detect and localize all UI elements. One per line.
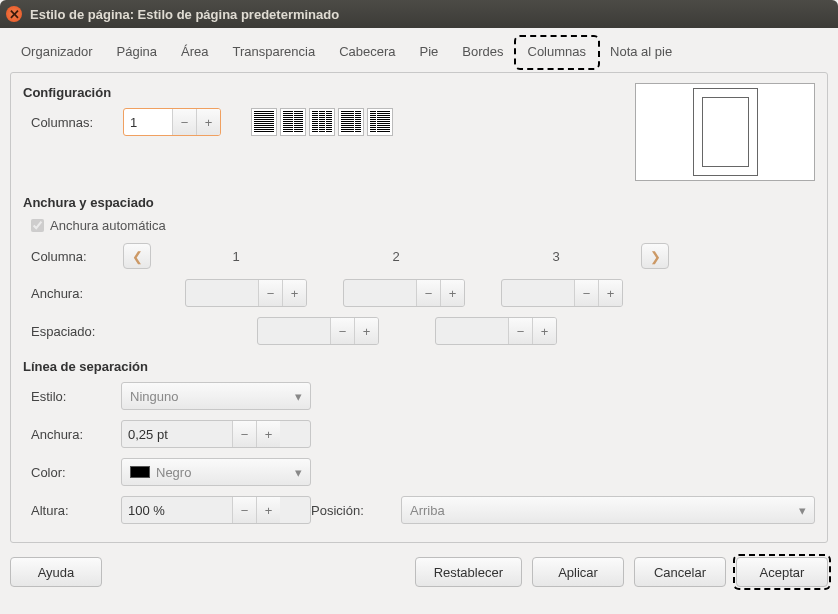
dialog-footer: Ayuda Restablecer Aplicar Cancelar Acept… — [10, 557, 828, 587]
spacing-label: Espaciado: — [31, 324, 113, 339]
cancel-button[interactable]: Cancelar — [634, 557, 726, 587]
spacing-1-spin[interactable]: −+ — [257, 317, 379, 345]
plus-icon[interactable]: + — [354, 318, 378, 344]
tab-pie[interactable]: Pie — [409, 38, 450, 66]
minus-icon[interactable]: − — [574, 280, 598, 306]
preset-2col[interactable] — [280, 108, 306, 136]
width-1-spin[interactable]: −+ — [185, 279, 307, 307]
section-width-spacing: Anchura y espaciado — [23, 195, 815, 210]
spacing-1-input[interactable] — [258, 318, 330, 344]
tab-cabecera[interactable]: Cabecera — [328, 38, 406, 66]
col-header-3: 3 — [481, 249, 631, 264]
tab-panel: Configuración Columnas: − + — [10, 72, 828, 543]
tab-transparencia[interactable]: Transparencia — [222, 38, 327, 66]
plus-icon[interactable]: + — [440, 280, 464, 306]
color-swatch-icon — [130, 466, 150, 478]
minus-icon[interactable]: − — [232, 421, 256, 447]
tab-area[interactable]: Área — [170, 38, 219, 66]
tabbar: Organizador Página Área Transparencia Ca… — [10, 38, 828, 66]
preset-3col[interactable] — [309, 108, 335, 136]
close-icon[interactable]: ✕ — [6, 6, 22, 22]
plus-icon[interactable]: + — [256, 421, 280, 447]
tab-columnas[interactable]: Columnas — [517, 38, 598, 66]
sep-height-spin[interactable]: −+ — [121, 496, 311, 524]
auto-width-label: Anchura automática — [50, 218, 166, 233]
spacing-2-spin[interactable]: −+ — [435, 317, 557, 345]
preset-2col-left[interactable] — [338, 108, 364, 136]
help-button[interactable]: Ayuda — [10, 557, 102, 587]
width-3-spin[interactable]: −+ — [501, 279, 623, 307]
tab-bordes[interactable]: Bordes — [451, 38, 514, 66]
plus-icon[interactable]: + — [196, 109, 220, 135]
preset-1col[interactable] — [251, 108, 277, 136]
auto-width-checkbox[interactable]: Anchura automática — [31, 218, 815, 233]
tab-pagina[interactable]: Página — [106, 38, 168, 66]
chevron-left-icon: ❮ — [132, 249, 143, 264]
minus-icon[interactable]: − — [416, 280, 440, 306]
col-header-2: 2 — [321, 249, 471, 264]
window-title: Estilo de página: Estilo de página prede… — [30, 7, 339, 22]
col-header-1: 1 — [161, 249, 311, 264]
plus-icon[interactable]: + — [282, 280, 306, 306]
titlebar: ✕ Estilo de página: Estilo de página pre… — [0, 0, 838, 28]
plus-icon[interactable]: + — [598, 280, 622, 306]
sep-color-dropdown[interactable]: Negro▾ — [121, 458, 311, 486]
width-1-input[interactable] — [186, 280, 258, 306]
sep-width-spin[interactable]: −+ — [121, 420, 311, 448]
width-2-spin[interactable]: −+ — [343, 279, 465, 307]
accept-button[interactable]: Aceptar — [736, 557, 828, 587]
caret-down-icon: ▾ — [799, 503, 806, 518]
spacing-2-input[interactable] — [436, 318, 508, 344]
sep-height-label: Altura: — [31, 503, 113, 518]
minus-icon[interactable]: − — [508, 318, 532, 344]
apply-button[interactable]: Aplicar — [532, 557, 624, 587]
columns-input[interactable] — [124, 109, 172, 135]
sep-height-input[interactable] — [122, 497, 232, 523]
plus-icon[interactable]: + — [256, 497, 280, 523]
width-label: Anchura: — [31, 286, 113, 301]
minus-icon[interactable]: − — [232, 497, 256, 523]
columns-spin[interactable]: − + — [123, 108, 221, 136]
sep-color-label: Color: — [31, 465, 113, 480]
section-separator: Línea de separación — [23, 359, 815, 374]
sep-style-dropdown[interactable]: Ninguno▾ — [121, 382, 311, 410]
column-header-label: Columna: — [31, 249, 113, 264]
sep-style-label: Estilo: — [31, 389, 113, 404]
caret-down-icon: ▾ — [295, 465, 302, 480]
sep-position-dropdown[interactable]: Arriba▾ — [401, 496, 815, 524]
sep-width-input[interactable] — [122, 421, 232, 447]
plus-icon[interactable]: + — [532, 318, 556, 344]
page-preview — [635, 83, 815, 181]
sep-position-label: Posición: — [311, 503, 401, 518]
auto-width-input[interactable] — [31, 219, 44, 232]
prev-column-button[interactable]: ❮ — [123, 243, 151, 269]
tab-nota-al-pie[interactable]: Nota al pie — [599, 38, 683, 66]
sep-width-label: Anchura: — [31, 427, 113, 442]
width-3-input[interactable] — [502, 280, 574, 306]
minus-icon[interactable]: − — [172, 109, 196, 135]
columns-label: Columnas: — [31, 115, 113, 130]
preset-2col-right[interactable] — [367, 108, 393, 136]
minus-icon[interactable]: − — [258, 280, 282, 306]
next-column-button[interactable]: ❯ — [641, 243, 669, 269]
width-2-input[interactable] — [344, 280, 416, 306]
tab-organizador[interactable]: Organizador — [10, 38, 104, 66]
reset-button[interactable]: Restablecer — [415, 557, 522, 587]
section-config: Configuración — [23, 85, 635, 100]
caret-down-icon: ▾ — [295, 389, 302, 404]
chevron-right-icon: ❯ — [650, 249, 661, 264]
minus-icon[interactable]: − — [330, 318, 354, 344]
column-presets — [251, 108, 393, 136]
